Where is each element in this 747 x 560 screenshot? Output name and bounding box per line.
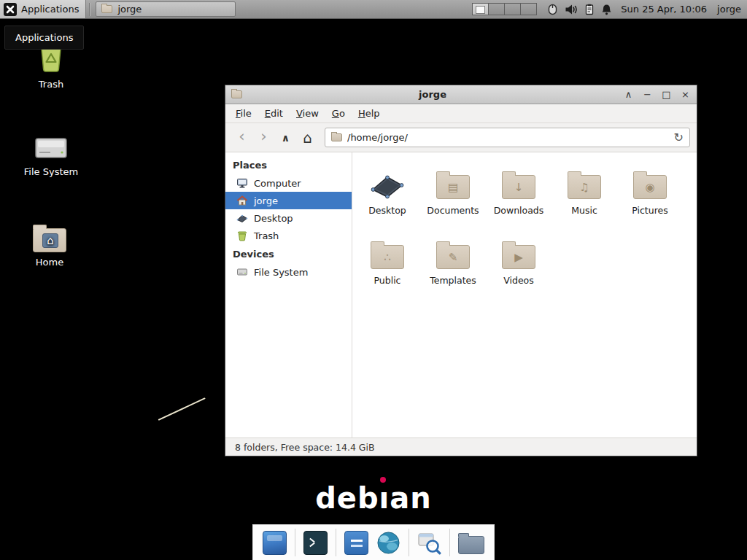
sidebar-item-filesystem[interactable]: File System: [225, 263, 352, 281]
applications-tooltip: Applications: [4, 26, 84, 50]
settings-launcher-icon[interactable]: [344, 531, 368, 555]
window-titlebar[interactable]: jorge ∧ − □ ×: [225, 85, 697, 104]
window-controls: ∧ − □ ×: [623, 88, 691, 101]
file-item-music[interactable]: ♫ Music: [553, 161, 616, 216]
back-button[interactable]: ‹: [232, 128, 252, 147]
up-button[interactable]: ∧: [276, 128, 295, 147]
workspace-2[interactable]: [488, 3, 505, 15]
dock-separator: [449, 529, 450, 556]
pointer-device-icon[interactable]: [547, 4, 558, 15]
brand-text: deb: [315, 481, 379, 515]
applications-menu-icon: [4, 3, 17, 16]
templates-emblem-icon: ✎: [437, 246, 469, 268]
home-icon: [236, 195, 248, 206]
minimize-button[interactable]: −: [642, 88, 653, 101]
desktop-icon-label: Trash: [18, 79, 84, 90]
sidebar-item-desktop[interactable]: Desktop: [225, 209, 352, 227]
desktop-icon-label: File System: [18, 166, 84, 177]
file-item-label: Templates: [430, 275, 476, 286]
computer-icon: [236, 177, 248, 189]
file-item-label: Public: [374, 275, 401, 286]
sidebar-item-computer[interactable]: Computer: [225, 174, 352, 192]
templates-folder-icon: ✎: [436, 245, 470, 269]
taskbar-window-button[interactable]: jorge: [96, 1, 236, 17]
sidebar-header-places: Places: [225, 155, 352, 174]
dock-separator: [409, 529, 409, 556]
sidebar-item-label: File System: [254, 267, 308, 278]
documents-folder-icon: ▤: [436, 175, 470, 199]
appfinder-launcher-icon[interactable]: [417, 531, 441, 555]
music-folder-icon: ♫: [568, 175, 601, 199]
file-item-desktop[interactable]: Desktop: [356, 161, 419, 216]
menu-go[interactable]: Go: [325, 106, 352, 121]
statusbar-text: 8 folders, Free space: 14.4 GiB: [235, 442, 375, 453]
clipboard-icon[interactable]: [584, 4, 595, 15]
workspace-4[interactable]: [520, 3, 537, 15]
file-item-videos[interactable]: ▶ Videos: [487, 231, 550, 286]
top-panel: Applications jorge: [0, 0, 747, 19]
applications-menu-label: Applications: [21, 4, 79, 15]
terminal-launcher-icon[interactable]: [303, 531, 328, 555]
workspace-3[interactable]: [504, 3, 521, 15]
forward-button[interactable]: ›: [254, 128, 274, 147]
volume-icon[interactable]: [565, 4, 578, 15]
browser-launcher-icon[interactable]: [376, 531, 400, 555]
menu-file[interactable]: File: [229, 106, 258, 121]
sidebar-item-trash[interactable]: Trash: [225, 227, 352, 244]
dock-separator: [336, 529, 336, 556]
file-item-label: Music: [571, 205, 597, 216]
trash-icon: [236, 230, 248, 241]
maximize-button[interactable]: □: [661, 88, 672, 101]
debian-swirl-icon: [380, 477, 386, 483]
taskbar-window-label: jorge: [117, 4, 142, 15]
sidebar-item-label: Desktop: [254, 213, 293, 224]
menu-help[interactable]: Help: [352, 106, 387, 121]
close-button[interactable]: ×: [680, 88, 691, 101]
file-item-downloads[interactable]: ↓ Downloads: [487, 161, 550, 216]
home-button[interactable]: ⌂: [298, 128, 317, 147]
sidebar-item-jorge[interactable]: jorge: [225, 192, 352, 209]
debian-wallpaper-logo: debıan: [0, 481, 747, 515]
window-folder-icon: [231, 90, 242, 98]
desktop-icon-home[interactable]: ⌂ Home: [17, 216, 82, 268]
menu-view[interactable]: View: [290, 106, 325, 121]
menu-edit[interactable]: Edit: [258, 106, 290, 121]
system-tray: [547, 4, 612, 15]
toolbar: ‹ › ∧ ⌂ ↻: [225, 123, 697, 152]
file-item-label: Pictures: [632, 205, 668, 216]
shade-button[interactable]: ∧: [623, 88, 634, 101]
panel-separator: [89, 3, 90, 16]
file-item-pictures[interactable]: ◉ Pictures: [619, 161, 681, 216]
desktop-icon-filesystem[interactable]: File System: [18, 125, 84, 177]
menubar: File Edit View Go Help: [225, 104, 697, 123]
file-item-public[interactable]: ∴ Public: [356, 231, 419, 286]
desktop-icon-label: Home: [17, 257, 82, 268]
bell-icon[interactable]: [601, 4, 612, 15]
downloads-folder-icon: ↓: [502, 175, 535, 199]
file-manager-window: jorge ∧ − □ × File Edit View Go Help ‹ ›…: [225, 85, 697, 456]
panel-clock[interactable]: Sun 25 Apr, 10:06: [621, 4, 707, 15]
location-folder-icon: [331, 133, 342, 141]
music-emblem-icon: ♫: [568, 176, 600, 198]
wallpaper-stray-line: [158, 397, 206, 421]
window-body: Places Computer jorge: [225, 152, 697, 438]
file-item-label: Videos: [503, 275, 534, 286]
home-folder-icon: ⌂: [33, 228, 66, 252]
filemanager-launcher-icon[interactable]: [458, 536, 484, 554]
applications-menu-button[interactable]: Applications: [0, 0, 86, 18]
refresh-icon[interactable]: ↻: [674, 131, 684, 144]
sidebar-item-label: Computer: [254, 178, 301, 189]
dock-separator: [295, 529, 295, 556]
location-bar[interactable]: ↻: [325, 128, 690, 147]
desktop-launcher-icon[interactable]: [263, 531, 287, 555]
brand-text: an: [390, 481, 431, 515]
file-item-documents[interactable]: ▤ Documents: [422, 161, 484, 216]
workspace-1[interactable]: [472, 3, 489, 15]
desktop-icon: [236, 212, 248, 224]
videos-emblem-icon: ▶: [503, 246, 535, 268]
file-item-templates[interactable]: ✎ Templates: [422, 231, 484, 286]
location-input[interactable]: [347, 132, 669, 143]
downloads-emblem-icon: ↓: [503, 176, 535, 198]
pictures-folder-icon: ◉: [633, 175, 667, 199]
file-item-label: Documents: [427, 205, 479, 216]
